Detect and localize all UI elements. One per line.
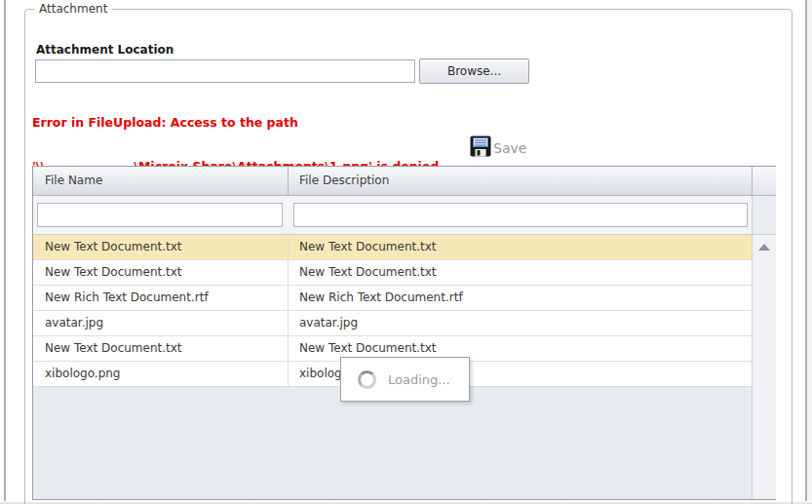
save-button-label: Save (493, 140, 526, 156)
file-name-cell[interactable]: xibologo.png (33, 362, 289, 386)
save-button[interactable]: Save (469, 135, 526, 161)
file-name-cell[interactable]: New Text Document.txt (33, 336, 289, 361)
loading-overlay: Loading... (340, 357, 470, 402)
table-row[interactable]: New Text Document.txt New Text Document.… (33, 260, 752, 286)
table-row[interactable]: avatar.jpg avatar.jpg (33, 311, 752, 336)
file-name-cell[interactable]: New Text Document.txt (33, 235, 289, 259)
window-right-margin (807, 0, 812, 504)
vertical-scrollbar[interactable] (752, 235, 776, 499)
table-row[interactable]: New Text Document.txt New Text Document.… (33, 235, 752, 260)
filter-row-scrollbar-corner (752, 196, 776, 235)
table-row[interactable]: New Rich Text Document.rtf New Rich Text… (33, 286, 752, 311)
file-name-cell[interactable]: avatar.jpg (33, 311, 289, 335)
scroll-up-arrow-icon[interactable] (758, 244, 770, 251)
table-header-scrollbar-corner (752, 167, 776, 196)
loading-label: Loading... (388, 372, 450, 387)
error-line-1: Error in FileUpload: Access to the path (32, 115, 444, 130)
file-description-cell[interactable]: New Text Document.txt (290, 260, 752, 285)
browse-button[interactable]: Browse... (419, 58, 529, 84)
attachments-table: File Name File Description New Text Docu… (32, 166, 776, 500)
file-description-cell[interactable]: New Rich Text Document.rtf (290, 286, 752, 310)
loading-spinner-icon (358, 370, 376, 389)
window-left-border (4, 0, 6, 504)
file-name-filter-input[interactable] (37, 203, 283, 227)
column-header-file-description[interactable]: File Description (290, 167, 752, 195)
groupbox-legend: Attachment (34, 2, 112, 16)
attachment-location-label: Attachment Location (36, 43, 174, 57)
attachment-location-input[interactable] (35, 59, 415, 83)
file-description-cell[interactable]: New Text Document.txt (290, 235, 752, 259)
attachment-page: Attachment Attachment Location Browse...… (0, 0, 812, 504)
file-description-filter-input[interactable] (293, 203, 748, 227)
file-description-cell[interactable]: avatar.jpg (290, 311, 752, 335)
floppy-disk-icon (469, 135, 492, 161)
file-name-cell[interactable]: New Text Document.txt (33, 260, 289, 285)
file-name-cell[interactable]: New Rich Text Document.rtf (33, 286, 289, 310)
table-header-row: File Name File Description (33, 167, 752, 196)
table-filter-row (33, 196, 752, 235)
column-header-file-name[interactable]: File Name (33, 167, 289, 195)
